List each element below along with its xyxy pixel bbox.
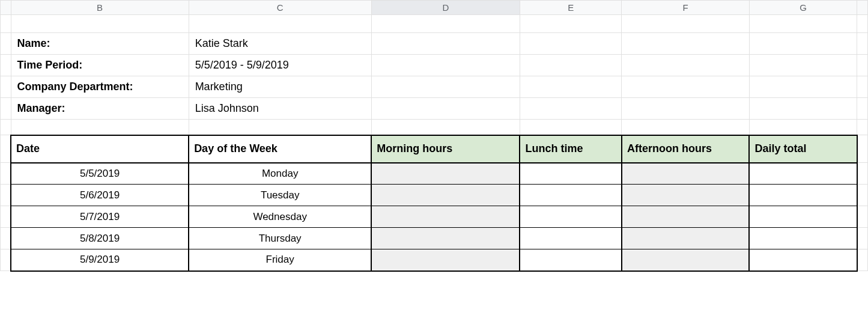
cell[interactable] <box>622 33 750 55</box>
th-morning[interactable]: Morning hours <box>371 135 520 163</box>
cell[interactable] <box>857 185 868 206</box>
cell[interactable] <box>520 120 621 135</box>
td-afternoon[interactable] <box>622 228 750 249</box>
cell[interactable] <box>1 185 11 206</box>
cell[interactable] <box>622 98 750 120</box>
cell[interactable] <box>857 15 868 33</box>
column-header-g[interactable]: G <box>749 1 857 15</box>
cell[interactable] <box>371 120 520 135</box>
cell[interactable] <box>749 15 857 33</box>
cell[interactable] <box>749 33 857 55</box>
dept-label[interactable]: Company Department: <box>11 76 189 98</box>
corner-cell[interactable] <box>1 1 11 15</box>
period-label[interactable]: Time Period: <box>11 55 189 76</box>
cell[interactable] <box>622 55 750 76</box>
cell[interactable] <box>1 55 11 76</box>
cell[interactable] <box>1 33 11 55</box>
td-morning[interactable] <box>371 206 520 228</box>
th-total[interactable]: Daily total <box>749 135 857 163</box>
cell[interactable] <box>520 98 621 120</box>
cell[interactable] <box>520 33 621 55</box>
cell[interactable] <box>1 135 11 163</box>
cell[interactable] <box>749 98 857 120</box>
cell[interactable] <box>749 55 857 76</box>
cell[interactable] <box>857 228 868 249</box>
th-day[interactable]: Day of the Week <box>189 135 371 163</box>
td-date[interactable]: 5/5/2019 <box>11 163 189 185</box>
cell[interactable] <box>857 98 868 120</box>
cell[interactable] <box>857 206 868 228</box>
cell[interactable] <box>371 15 520 33</box>
cell[interactable] <box>857 33 868 55</box>
period-value[interactable]: 5/5/2019 - 5/9/2019 <box>189 55 371 76</box>
cell[interactable] <box>857 120 868 135</box>
dept-value[interactable]: Marketing <box>189 76 371 98</box>
column-header-c[interactable]: C <box>189 1 371 15</box>
td-afternoon[interactable] <box>622 206 750 228</box>
column-header-b[interactable]: B <box>11 1 189 15</box>
td-date[interactable]: 5/8/2019 <box>11 228 189 249</box>
cell[interactable] <box>189 120 371 135</box>
cell[interactable] <box>749 120 857 135</box>
cell[interactable] <box>857 163 868 185</box>
cell[interactable] <box>622 15 750 33</box>
cell[interactable] <box>1 15 11 33</box>
td-day[interactable]: Thursday <box>189 228 371 249</box>
cell[interactable] <box>1 120 11 135</box>
cell[interactable] <box>1 206 11 228</box>
td-afternoon[interactable] <box>622 249 750 271</box>
name-value[interactable]: Katie Stark <box>189 33 371 55</box>
cell[interactable] <box>622 76 750 98</box>
td-morning[interactable] <box>371 228 520 249</box>
cell[interactable] <box>1 98 11 120</box>
td-day[interactable]: Friday <box>189 249 371 271</box>
manager-value[interactable]: Lisa Johnson <box>189 98 371 120</box>
cell[interactable] <box>1 249 11 271</box>
cell[interactable] <box>857 135 868 163</box>
name-label[interactable]: Name: <box>11 33 189 55</box>
td-date[interactable]: 5/7/2019 <box>11 206 189 228</box>
td-lunch[interactable] <box>520 185 621 206</box>
cell[interactable] <box>371 55 520 76</box>
th-afternoon[interactable]: Afternoon hours <box>622 135 750 163</box>
column-header-d[interactable]: D <box>371 1 520 15</box>
td-day[interactable]: Tuesday <box>189 185 371 206</box>
td-date[interactable]: 5/6/2019 <box>11 185 189 206</box>
td-day[interactable]: Monday <box>189 163 371 185</box>
td-total[interactable] <box>749 228 857 249</box>
td-day[interactable]: Wednesday <box>189 206 371 228</box>
td-morning[interactable] <box>371 249 520 271</box>
cell[interactable] <box>520 15 621 33</box>
td-total[interactable] <box>749 163 857 185</box>
th-date[interactable]: Date <box>11 135 189 163</box>
column-header-f[interactable]: F <box>622 1 750 15</box>
cell[interactable] <box>11 15 189 33</box>
cell[interactable] <box>1 228 11 249</box>
cell[interactable] <box>371 33 520 55</box>
td-morning[interactable] <box>371 185 520 206</box>
manager-label[interactable]: Manager: <box>11 98 189 120</box>
th-lunch[interactable]: Lunch time <box>520 135 621 163</box>
td-date[interactable]: 5/9/2019 <box>11 249 189 271</box>
cell[interactable] <box>749 76 857 98</box>
cell[interactable] <box>857 249 868 271</box>
td-total[interactable] <box>749 206 857 228</box>
td-afternoon[interactable] <box>622 185 750 206</box>
td-total[interactable] <box>749 249 857 271</box>
td-lunch[interactable] <box>520 228 621 249</box>
cell[interactable] <box>622 120 750 135</box>
td-afternoon[interactable] <box>622 163 750 185</box>
td-lunch[interactable] <box>520 206 621 228</box>
td-lunch[interactable] <box>520 163 621 185</box>
td-total[interactable] <box>749 185 857 206</box>
cell[interactable] <box>371 98 520 120</box>
cell[interactable] <box>1 76 11 98</box>
cell[interactable] <box>189 15 371 33</box>
cell[interactable] <box>11 120 189 135</box>
cell[interactable] <box>520 76 621 98</box>
column-header-e[interactable]: E <box>520 1 621 15</box>
td-morning[interactable] <box>371 163 520 185</box>
cell[interactable] <box>371 76 520 98</box>
cell[interactable] <box>857 76 868 98</box>
td-lunch[interactable] <box>520 249 621 271</box>
